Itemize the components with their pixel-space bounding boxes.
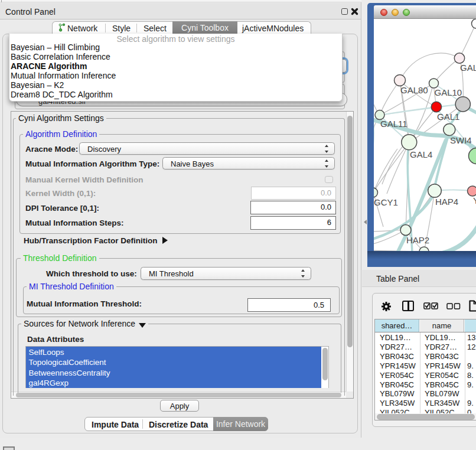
svg-text:GAL4: GAL4: [410, 149, 432, 159]
svg-text:GAL11: GAL11: [380, 118, 407, 128]
svg-text:HAP2: HAP2: [406, 234, 429, 244]
svg-text:GAL80: GAL80: [400, 84, 428, 94]
svg-text:Y: Y: [473, 195, 476, 205]
svg-text:GAL10: GAL10: [435, 87, 462, 97]
svg-text:GAL7: GAL7: [460, 62, 476, 72]
svg-text:GCY1: GCY1: [374, 197, 398, 207]
svg-text:HAP4: HAP4: [435, 196, 458, 206]
svg-text:GAL1: GAL1: [437, 111, 459, 121]
svg-text:SWI4: SWI4: [450, 135, 472, 145]
